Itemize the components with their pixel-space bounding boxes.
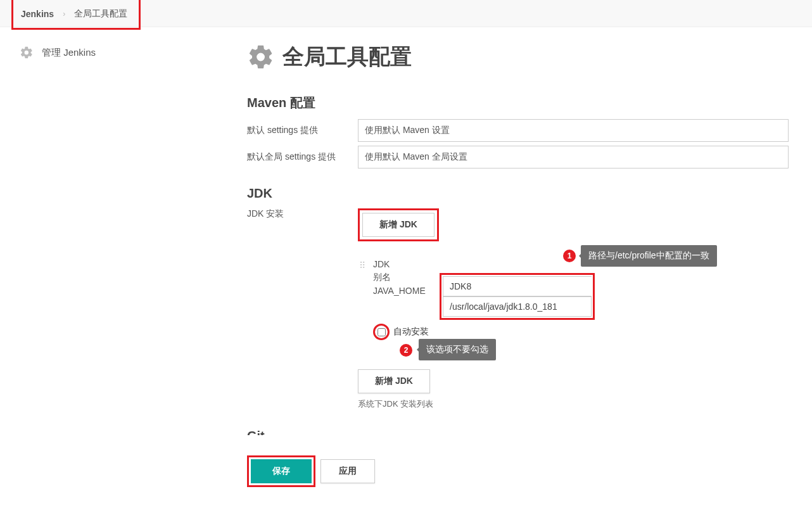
input-default-settings[interactable] [358, 119, 789, 142]
input-default-global-settings[interactable] [358, 146, 789, 168]
add-jdk-button[interactable]: 新增 JDK [362, 213, 435, 237]
label-auto-install: 自动安装 [393, 326, 429, 338]
breadcrumb-current: 全局工具配置 [74, 8, 127, 20]
section-title-git-cutoff: Git [247, 429, 799, 435]
page-title-row: 全局工具配置 [247, 42, 799, 72]
callout-tooltip-2: 该选项不要勾选 [419, 339, 496, 360]
callout-badge-2: 2 [400, 344, 412, 357]
sidebar-item-label: 管理 Jenkins [42, 47, 96, 59]
breadcrumb-root-link[interactable]: Jenkins [21, 9, 54, 19]
auto-install-highlight [373, 324, 390, 340]
label-jdk-name: JDK [373, 259, 440, 269]
input-java-home[interactable] [443, 296, 592, 317]
callout-tooltip-1: 路径与/etc/profile中配置的一致 [581, 245, 717, 267]
label-java-home: JAVA_HOME [373, 286, 440, 296]
gear-icon [247, 43, 275, 71]
label-default-global-settings: 默认全局 settings 提供 [247, 151, 358, 163]
callout-badge-1: 1 [563, 250, 576, 262]
gear-icon [19, 45, 34, 60]
drag-handle-icon[interactable]: ⠿ [358, 259, 367, 340]
helper-text-jdk-list: 系统下JDK 安装列表 [358, 398, 799, 410]
apply-button[interactable]: 应用 [320, 459, 375, 483]
input-jdk-name[interactable] [443, 276, 592, 296]
checkbox-auto-install[interactable] [377, 328, 386, 336]
breadcrumb-highlight: Jenkins › 全局工具配置 [11, 0, 141, 30]
sidebar-item-manage-jenkins[interactable]: 管理 Jenkins [19, 45, 247, 60]
page-title: 全局工具配置 [282, 42, 412, 72]
save-button-highlight: 保存 [247, 455, 315, 487]
section-title-maven: Maven 配置 [247, 94, 799, 111]
main-content: 全局工具配置 Maven 配置 默认 settings 提供 默认全局 sett… [247, 27, 812, 508]
add-jdk-highlight: 新增 JDK [358, 208, 439, 241]
label-default-settings: 默认 settings 提供 [247, 125, 358, 136]
section-title-jdk: JDK [247, 186, 799, 201]
label-jdk-install: JDK 安装 [247, 208, 358, 220]
breadcrumb-separator: › [63, 10, 65, 18]
add-jdk-button-2[interactable]: 新增 JDK [358, 369, 430, 393]
sidebar: 管理 Jenkins [0, 27, 247, 508]
label-jdk-alias: 别名 [373, 272, 440, 283]
jdk-inputs-highlight [440, 273, 595, 320]
save-button[interactable]: 保存 [251, 459, 312, 483]
breadcrumb-bar: Jenkins › 全局工具配置 [0, 0, 812, 27]
